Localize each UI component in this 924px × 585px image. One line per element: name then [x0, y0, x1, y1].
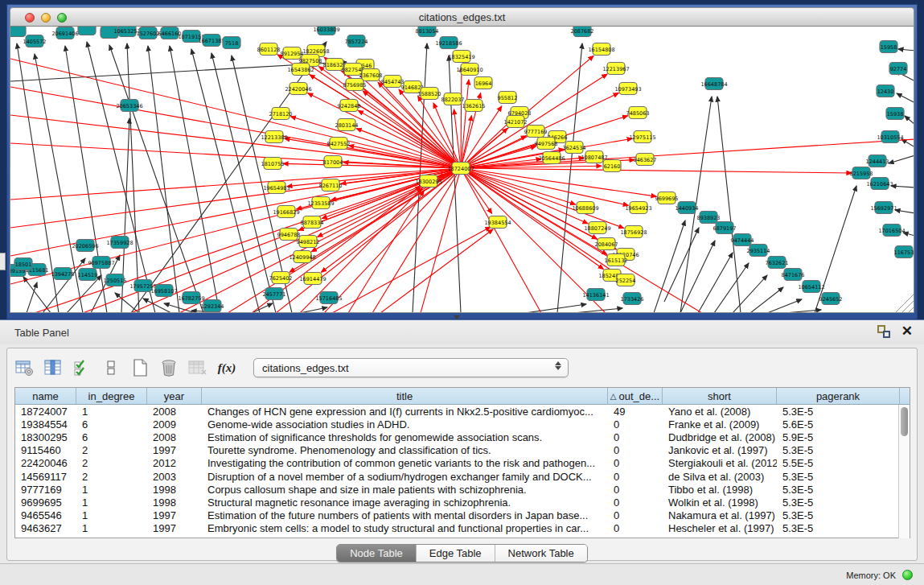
- network-node[interactable]: 14136141: [582, 289, 609, 301]
- network-node[interactable]: 1615132: [605, 254, 628, 266]
- network-node[interactable]: 8601128: [257, 43, 281, 56]
- network-node[interactable]: 8756985: [343, 79, 367, 91]
- network-node[interactable]: [78, 27, 96, 35]
- network-node[interactable]: 2718120: [269, 108, 293, 120]
- network-node[interactable]: 20691406: [51, 27, 78, 39]
- new-table-icon[interactable]: [129, 357, 150, 378]
- table-row[interactable]: 911546021997Tourette syndrome. Phenomeno…: [15, 444, 910, 457]
- network-node[interactable]: 8267110: [319, 179, 343, 192]
- network-node[interactable]: 16210643: [866, 178, 893, 190]
- network-node[interactable]: 955812: [498, 92, 518, 104]
- tab-edge-table[interactable]: Edge Table: [417, 545, 495, 562]
- network-node[interactable]: 15938: [886, 108, 904, 120]
- network-node[interactable]: 8215958: [850, 167, 873, 179]
- zoom-window-icon[interactable]: [57, 13, 67, 23]
- network-node[interactable]: 8813054: [416, 27, 439, 37]
- network-node[interactable]: 9242848: [338, 100, 361, 112]
- network-node[interactable]: 20206596: [72, 240, 98, 252]
- function-builder-icon[interactable]: f(x): [216, 357, 237, 378]
- column-header-title[interactable]: title: [202, 388, 608, 404]
- network-node[interactable]: 12975115: [629, 131, 655, 143]
- tab-node-table[interactable]: Node Table: [337, 545, 417, 562]
- table-row[interactable]: 1872400712008Changes of HCN gene express…: [15, 405, 910, 418]
- network-node[interactable]: 18756928: [620, 226, 647, 238]
- network-node[interactable]: 114519: [78, 269, 98, 281]
- network-node[interactable]: 1527602: [137, 27, 160, 39]
- close-window-icon[interactable]: [25, 13, 35, 23]
- column-header-out_de[interactable]: △out_de...: [608, 388, 663, 404]
- network-node[interactable]: 2935114: [747, 245, 770, 257]
- table-row[interactable]: 946554611997Estimation of the future num…: [15, 509, 910, 522]
- network-node[interactable]: 8427552: [327, 138, 351, 150]
- table-tabs[interactable]: Node TableEdge TableNetwork Table: [336, 544, 588, 562]
- network-node[interactable]: 8822037: [441, 93, 465, 105]
- network-node[interactable]: 10973493: [614, 83, 641, 95]
- network-node[interactable]: [10, 27, 26, 37]
- table-scrollbar[interactable]: [898, 405, 910, 538]
- network-node[interactable]: 16964: [474, 77, 492, 89]
- network-node[interactable]: 10654112: [798, 281, 824, 293]
- network-node[interactable]: 18640910: [456, 64, 483, 76]
- network-node[interactable]: 2457771: [263, 288, 286, 300]
- select-rows-icon[interactable]: [72, 357, 92, 378]
- table-row[interactable]: 946362711997Embryonic stem cells: a mode…: [15, 522, 910, 535]
- table-row[interactable]: 977716911998Corpus callosum shape and si…: [15, 483, 910, 496]
- minimize-window-icon[interactable]: [41, 13, 51, 23]
- table-selector-dropdown[interactable]: citations_edges.txt: [253, 358, 569, 377]
- network-node[interactable]: 1405572: [23, 35, 47, 47]
- network-node[interactable]: 12213967: [602, 63, 629, 75]
- network-node[interactable]: 252254: [616, 274, 636, 286]
- memory-status-icon[interactable]: [902, 570, 913, 580]
- table-row[interactable]: 2242004622012Investigating the contribut…: [15, 457, 910, 470]
- table-row[interactable]: 969969511998Structural magnetic resonanc…: [15, 496, 910, 509]
- table-row[interactable]: 1938455462009Genome-wide association stu…: [15, 418, 910, 431]
- network-node[interactable]: 1250515: [104, 274, 127, 286]
- network-node[interactable]: 116753: [894, 246, 914, 258]
- column-header-name[interactable]: name: [15, 388, 76, 404]
- network-node[interactable]: 19654923: [625, 202, 651, 214]
- network-node[interactable]: 7485063: [626, 107, 650, 119]
- network-node[interactable]: 9245652: [819, 293, 843, 305]
- network-node[interactable]: 18807249: [584, 222, 610, 234]
- network-node[interactable]: 9777169: [524, 126, 548, 138]
- column-header-in_degree[interactable]: in_degree: [76, 388, 147, 404]
- network-node[interactable]: 1362615: [462, 100, 486, 112]
- table-body[interactable]: 1872400712008Changes of HCN gene express…: [15, 405, 910, 535]
- network-node[interactable]: 8878334: [301, 216, 324, 229]
- network-node[interactable]: 16648784: [700, 78, 727, 90]
- network-node[interactable]: 22420046: [285, 83, 311, 95]
- network-graph[interactable]: 1405572206914061065325715276026466160107…: [10, 27, 914, 313]
- network-node[interactable]: 8471676: [782, 269, 805, 281]
- close-panel-icon[interactable]: ✕: [901, 325, 913, 338]
- network-node[interactable]: 7625402: [269, 272, 293, 284]
- network-canvas[interactable]: 1405572206914061065325715276026466160107…: [10, 27, 914, 313]
- table-row[interactable]: 1830029562008Estimation of significance …: [15, 431, 910, 443]
- network-node[interactable]: 8938923: [697, 212, 721, 224]
- network-node[interactable]: 1440934: [676, 202, 699, 214]
- window-titlebar[interactable]: citations_edges.txt: [10, 7, 914, 27]
- network-node[interactable]: 92774: [889, 63, 907, 75]
- network-node[interactable]: 1244413: [866, 155, 889, 167]
- network-node[interactable]: 17016504: [878, 225, 905, 237]
- network-node[interactable]: 15692971: [870, 202, 897, 214]
- network-node[interactable]: 62160: [603, 160, 621, 172]
- network-node[interactable]: 9463627: [634, 154, 657, 166]
- network-node[interactable]: 2087682: [571, 27, 594, 37]
- network-node[interactable]: 16154808: [588, 43, 614, 56]
- network-node[interactable]: 10688609: [572, 202, 598, 214]
- network-node[interactable]: 3624534: [563, 142, 586, 154]
- column-header-pagerank[interactable]: pagerank: [777, 388, 900, 404]
- network-node[interactable]: 1292344: [201, 300, 224, 312]
- network-node[interactable]: 1810755: [261, 158, 285, 170]
- node-table[interactable]: namein_degreeyeartitle△out_de...shortpag…: [14, 387, 910, 538]
- table-row[interactable]: 1456911722003Disruption of a novel membe…: [15, 470, 910, 483]
- network-node[interactable]: 18325419: [448, 51, 474, 63]
- network-node[interactable]: 6879197: [713, 222, 737, 234]
- network-node[interactable]: 18501: [14, 258, 32, 270]
- scrollbar-thumb[interactable]: [901, 407, 908, 436]
- column-visibility-icon[interactable]: [43, 357, 64, 378]
- network-node[interactable]: 2803144: [335, 119, 359, 131]
- network-node[interactable]: 12430: [877, 85, 894, 97]
- network-node[interactable]: 7632621: [766, 257, 789, 269]
- network-node[interactable]: 1394275: [51, 268, 75, 280]
